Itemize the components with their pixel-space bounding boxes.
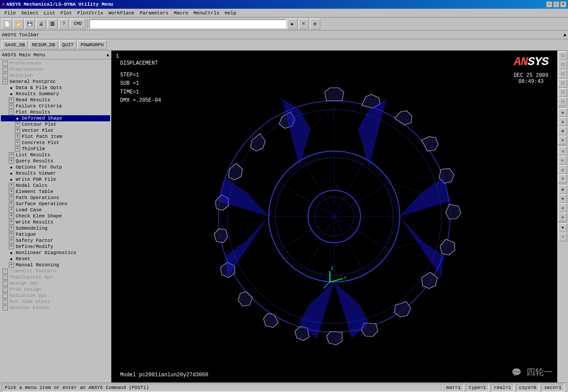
menu-item-select[interactable]: Select	[18, 10, 41, 17]
title-text: A ANSYS Mechanical/LS-DYNA Utility Menu	[2, 2, 113, 7]
maximize-button[interactable]: □	[553, 1, 559, 7]
ansys-btn-save_db[interactable]: SAVE_DB	[2, 41, 28, 49]
rotate-btn[interactable]: ⊙	[558, 136, 567, 144]
zoom-out-btn[interactable]: ⊖	[558, 117, 567, 126]
command-input[interactable]	[90, 20, 286, 28]
csys-status: csys=0	[516, 384, 540, 392]
cross-btn[interactable]: ⊗	[558, 194, 567, 203]
minimize-button[interactable]: −	[546, 1, 552, 7]
pan-up-btn[interactable]: △	[558, 165, 567, 174]
tb-img-btn[interactable]: 🖼	[47, 19, 58, 29]
menu-item-macro[interactable]: Macro	[171, 10, 191, 17]
menu-item-help[interactable]: Help	[222, 10, 239, 17]
menu-item-32[interactable]: ■Reset	[1, 256, 110, 262]
rotate-ccw-btn[interactable]: ↻	[558, 213, 567, 221]
logo-an: AN	[514, 55, 528, 69]
status-main-text: Pick a menu item or enter an ANSYS Comma…	[2, 384, 443, 392]
menu-item-31[interactable]: ■Nonlinear Diagnostics	[1, 250, 110, 256]
tb-help-btn[interactable]: ?	[59, 19, 69, 29]
menu-item-label: Plot Results	[16, 110, 50, 115]
menu-item-30[interactable]: +Define/Modify	[1, 244, 110, 250]
pan-right-btn[interactable]: ▷	[558, 156, 567, 165]
menu-item-11[interactable]: +Vector Plot	[1, 127, 110, 134]
menu-item-26[interactable]: +Write Results	[1, 219, 110, 225]
ansys-btn-resum_db[interactable]: RESUM_DB	[29, 41, 58, 49]
menu-item-19[interactable]: ■Write PGR File	[1, 176, 110, 182]
left-panel-collapse[interactable]: ▲	[106, 52, 109, 58]
menu-item-10[interactable]: +Contour Plot	[1, 121, 110, 127]
tb-cmd-btn[interactable]: CMD	[70, 19, 86, 29]
step-label: STEP=1	[120, 71, 161, 79]
menu-item-13[interactable]: +Concrete Plot	[1, 140, 110, 146]
close-button[interactable]: ×	[560, 1, 566, 7]
menu-item-17[interactable]: ■Options for Outp	[1, 164, 110, 170]
menu-item-18[interactable]: ■Results Viewer	[1, 170, 110, 176]
menu-item-3[interactable]: −General Postproc	[1, 79, 110, 85]
menu-item-28[interactable]: +Fatigue	[1, 231, 110, 237]
camera2-btn[interactable]: □	[558, 61, 567, 69]
menu-item-menuctrls[interactable]: MenuCtrls	[191, 10, 222, 17]
zoom-box-btn[interactable]: ⊠	[558, 127, 567, 135]
menu-item-label: Nodal Calcs	[16, 183, 48, 188]
expand-icon: +	[9, 201, 14, 206]
menu-item-label: Check Elem Shape	[16, 213, 62, 219]
zoom-btn[interactable]: □	[558, 97, 567, 106]
expand-icon: +	[3, 67, 8, 72]
menu-item-14[interactable]: +ThinFilm	[1, 146, 110, 152]
menu-item-7[interactable]: +Failure Criteria	[1, 103, 110, 109]
menu-item-label: Path Operations	[16, 195, 59, 200]
viewport-info: DISPLACEMENT STEP=1 SUB =1 TIME=1 DMX =.…	[120, 59, 161, 105]
fit-btn[interactable]: □	[558, 88, 567, 97]
ansys-btn-powrgrph[interactable]: POWRGRPH	[77, 41, 107, 49]
menu-item-plotctrls[interactable]: PlotCtrls	[75, 10, 106, 17]
menu-item-16[interactable]: +Query Results	[1, 158, 110, 164]
svg-line-29	[384, 182, 422, 193]
menu-item-9[interactable]: ■Deformed Shape	[1, 115, 110, 121]
menu-item-21[interactable]: +Element Table	[1, 189, 110, 195]
left-panel-label: ANSYS Main Menu	[2, 52, 45, 58]
tb-list-btn[interactable]: ≡	[298, 19, 309, 29]
perspective-btn[interactable]: □	[558, 70, 567, 79]
menu-item-file[interactable]: File	[2, 10, 18, 17]
ortho-btn[interactable]: □	[558, 79, 567, 88]
tb-exec-btn[interactable]: ▶	[287, 19, 298, 29]
menu-item-15[interactable]: +List Results	[1, 152, 110, 158]
reset-btn[interactable]: ○	[558, 233, 567, 241]
tb-grid-btn[interactable]: ⊞	[310, 19, 320, 29]
menu-item-29[interactable]: +Safety Factor	[1, 237, 110, 244]
menu-item-list[interactable]: List	[41, 10, 58, 17]
left-panel-content[interactable]: +Preferences+Preprocessor+Solution−Gener…	[0, 59, 111, 382]
menu-item-25[interactable]: +Check Elem Shape	[1, 213, 110, 219]
menu-item-27[interactable]: +Submodeling	[1, 225, 110, 231]
menu-item-4[interactable]: ■Data & File Opts	[1, 85, 110, 91]
camera-btn[interactable]: □	[558, 52, 567, 60]
menu-item-plot[interactable]: Plot	[58, 10, 74, 17]
status-text: Pick a menu item or enter an ANSYS Comma…	[5, 385, 149, 390]
menu-item-24[interactable]: +Load Case	[1, 207, 110, 213]
rotate-cw-btn[interactable]: ↺	[558, 203, 567, 212]
tb-open-btn[interactable]: 📂	[13, 19, 24, 29]
menu-item-workplane[interactable]: WorkPlane	[106, 10, 137, 17]
app-icon: A	[2, 2, 5, 7]
ansys-btn-quit[interactable]: QUIT	[59, 41, 76, 49]
menu-item-20[interactable]: +Nodal Calcs	[1, 182, 110, 189]
menu-item-6[interactable]: +Read Results	[1, 97, 110, 103]
tb-save-btn[interactable]: 💾	[24, 19, 35, 29]
pan-left-btn[interactable]: ◁	[558, 147, 567, 155]
expand-icon: +	[9, 262, 14, 268]
tb-print-btn[interactable]: 🖨	[36, 19, 46, 29]
ansys-toolbar-collapse[interactable]: ▲	[563, 32, 566, 38]
menu-item-8[interactable]: −Plot Results	[1, 109, 110, 115]
tb-new-btn[interactable]: 📄	[2, 19, 12, 29]
menu-item-33[interactable]: +Manual Rezoning	[1, 262, 110, 268]
grid-btn[interactable]: ⊞	[558, 185, 567, 194]
pan-down-btn[interactable]: ▽	[558, 174, 567, 183]
menu-item-label: Radiation Opt	[10, 293, 47, 298]
menu-item-22[interactable]: +Path Operations	[1, 195, 110, 201]
menu-item-parameters[interactable]: Parameters	[137, 10, 171, 17]
menu-item-23[interactable]: +Surface Operations	[1, 201, 110, 207]
menu-item-5[interactable]: ■Results Summary	[1, 91, 110, 97]
menu-item-12[interactable]: +Plot Path Item	[1, 134, 110, 140]
center-btn[interactable]: ●	[558, 224, 567, 232]
zoom-in-btn[interactable]: ⊕	[558, 108, 567, 117]
